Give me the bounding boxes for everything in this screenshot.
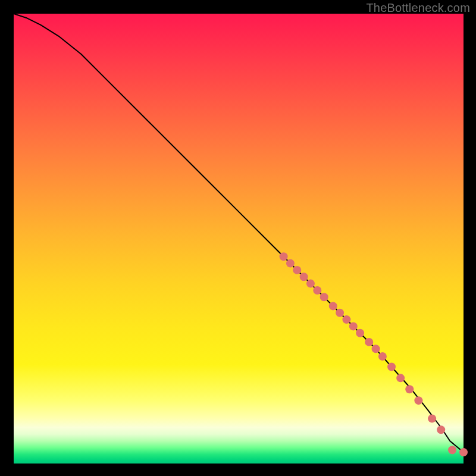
data-point: [372, 345, 380, 353]
data-point: [320, 293, 328, 301]
data-point: [342, 315, 350, 324]
data-point: [396, 374, 405, 382]
bottleneck-curve: [14, 14, 464, 452]
data-point: [414, 396, 422, 405]
data-point: [459, 448, 468, 456]
data-point: [286, 259, 295, 268]
curve-layer: [14, 14, 464, 452]
data-point: [378, 352, 387, 361]
data-point: [280, 252, 288, 261]
data-point: [405, 385, 414, 393]
data-point: [356, 329, 364, 337]
data-point: [336, 309, 344, 317]
data-point: [349, 322, 358, 330]
chart-stage: TheBottleneck.com: [0, 0, 476, 476]
data-point: [437, 425, 445, 434]
chart-overlay: [14, 14, 464, 464]
attribution-text: TheBottleneck.com: [366, 1, 470, 15]
data-point: [448, 446, 456, 454]
data-point: [387, 362, 396, 371]
data-point: [365, 338, 373, 346]
data-point: [293, 266, 301, 274]
data-point: [306, 280, 315, 288]
data-point: [313, 286, 321, 295]
data-point: [300, 273, 308, 281]
data-point: [329, 302, 337, 310]
data-point: [428, 414, 436, 422]
